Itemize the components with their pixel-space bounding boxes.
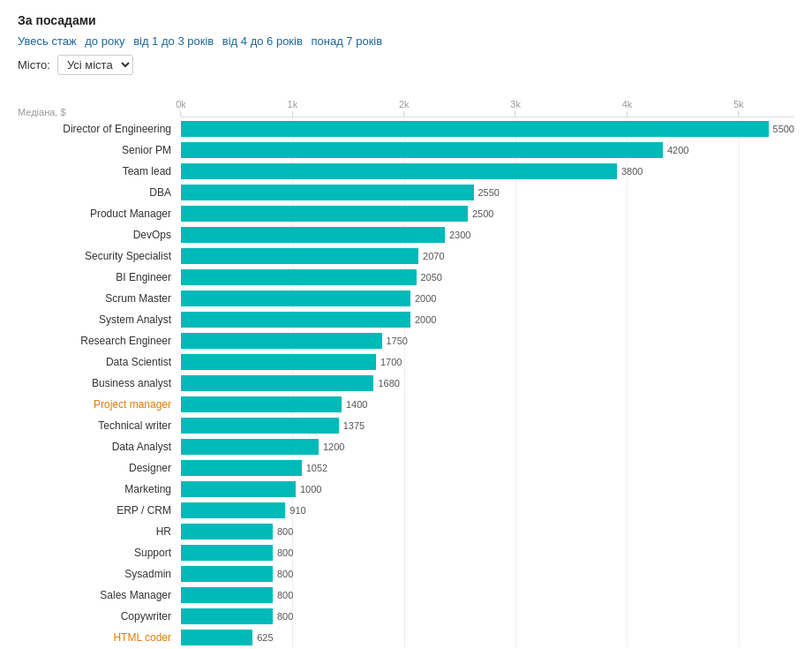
bar-row: Director of Engineering5500 (181, 119, 794, 139)
bar-label: Technical writer (18, 419, 177, 432)
bar-label: Marketing (18, 483, 177, 495)
bar-row: Technical writer1375 (181, 416, 794, 435)
bar-label: DevOps (18, 229, 177, 241)
city-select[interactable]: Усі міста (57, 55, 133, 75)
bar-row: Sales Manager800 (181, 585, 794, 605)
filter-gt7[interactable]: понад 7 років (311, 34, 382, 48)
city-row: Місто: Усі міста (18, 55, 794, 75)
bar-label: Scrum Master (18, 292, 177, 305)
bar-fill (181, 206, 468, 222)
bar-value-label: 2300 (449, 230, 470, 240)
bar-value-label: 800 (277, 611, 293, 622)
bar-value-label: 625 (257, 632, 273, 643)
bar-row: Senior PM4200 (181, 140, 794, 160)
bar-value-label: 1200 (323, 441, 344, 452)
bar-fill (181, 291, 410, 306)
bar-label: System Analyst (18, 313, 177, 326)
bar-row: DBA2550 (181, 183, 794, 202)
chart-container: Медіана, $0k1k2k3k4k5kDirector of Engine… (18, 86, 794, 647)
bar-label: ERP / CRM (18, 504, 177, 517)
bar-row: Support800 (181, 543, 794, 562)
bar-fill (181, 545, 273, 561)
bar-value-label: 4200 (667, 145, 688, 155)
bar-fill (181, 333, 382, 349)
bar-label: Designer (18, 462, 177, 474)
bar-label: Sales Manager (18, 589, 177, 601)
bar-row: Product Manager2500 (181, 204, 794, 223)
bar-fill (181, 396, 342, 412)
bar-label: Support (18, 547, 177, 559)
bar-value-label: 2500 (472, 208, 493, 219)
bar-value-label: 800 (277, 547, 293, 558)
bar-row: HR800 (181, 522, 794, 541)
bar-row: Sysadmin800 (181, 564, 794, 584)
bar-value-label: 1000 (300, 484, 321, 494)
bar-label: HR (18, 525, 177, 538)
bar-label: Copywriter (18, 610, 177, 623)
bar-label: Research Engineer (18, 335, 177, 347)
bar-value-label: 1052 (306, 463, 327, 473)
bar-value-label: 2000 (415, 293, 436, 304)
bar-fill (181, 418, 339, 434)
bar-fill (181, 185, 474, 200)
bar-row: Designer1052 (181, 458, 794, 478)
bar-fill (181, 227, 445, 243)
bar-label: DBA (18, 186, 177, 199)
bar-row: Data Scientist1700 (181, 352, 794, 372)
bar-row: DevOps2300 (181, 225, 794, 245)
bar-fill (181, 566, 273, 582)
bar-label: Project manager (18, 398, 177, 411)
bar-fill (181, 269, 417, 285)
bar-row: Data Analyst1200 (181, 437, 794, 457)
bar-fill (181, 142, 663, 158)
bar-value-label: 1700 (380, 357, 402, 367)
bar-fill (181, 354, 376, 370)
bars-wrapper: Director of Engineering5500Senior PM4200… (181, 119, 794, 647)
bar-row: HTML coder625 (181, 628, 794, 647)
bar-value-label: 1750 (387, 336, 408, 346)
bar-value-label: 910 (289, 505, 305, 516)
median-label: Медіана, $ (18, 107, 66, 117)
bar-label: Security Specialist (18, 250, 177, 262)
bar-row: Marketing1000 (181, 479, 794, 499)
bar-value-label: 3800 (621, 166, 643, 177)
bar-label: Data Scientist (18, 356, 177, 368)
bar-label: Director of Engineering (18, 123, 177, 135)
bar-row: Scrum Master2000 (181, 289, 794, 308)
bar-row: Security Specialist2070 (181, 246, 794, 266)
bar-value-label: 5500 (773, 124, 794, 134)
bar-label: Sysadmin (18, 568, 177, 580)
bar-row: Business analyst1680 (181, 374, 794, 393)
bar-row: ERP / CRM910 (181, 501, 794, 520)
filter-links: Увесь стаж до року від 1 до 3 років від … (18, 34, 794, 48)
bar-fill (181, 439, 319, 455)
bar-fill (181, 481, 296, 497)
bar-row: Project manager1400 (181, 395, 794, 414)
bar-fill (181, 587, 273, 603)
bar-fill (181, 312, 410, 328)
bar-fill (181, 163, 617, 179)
bar-label: Data Analyst (18, 441, 177, 453)
bar-fill (181, 375, 373, 391)
bar-value-label: 2550 (478, 187, 500, 198)
bar-value-label: 800 (277, 590, 293, 600)
bar-value-label: 2050 (421, 272, 442, 283)
filter-4-6[interactable]: від 4 до 6 років (222, 34, 303, 48)
bar-fill (181, 630, 252, 645)
filter-1-3[interactable]: від 1 до 3 років (133, 34, 214, 48)
bar-fill (181, 608, 273, 624)
bar-value-label: 1400 (346, 399, 367, 410)
bar-row: Research Engineer1750 (181, 331, 794, 351)
filter-all[interactable]: Увесь стаж (18, 34, 77, 48)
bar-row: Copywriter800 (181, 607, 794, 626)
bar-label: BI Engineer (18, 271, 177, 283)
bar-fill (181, 248, 418, 264)
bar-label: Team lead (18, 165, 177, 177)
bar-label: HTML coder (18, 631, 177, 644)
bar-label: Product Manager (18, 208, 177, 220)
bar-label: Senior PM (18, 144, 177, 156)
city-label: Місто: (18, 58, 50, 72)
filter-lt1[interactable]: до року (85, 34, 124, 48)
bar-label: Business analyst (18, 377, 177, 389)
bar-row: BI Engineer2050 (181, 268, 794, 287)
